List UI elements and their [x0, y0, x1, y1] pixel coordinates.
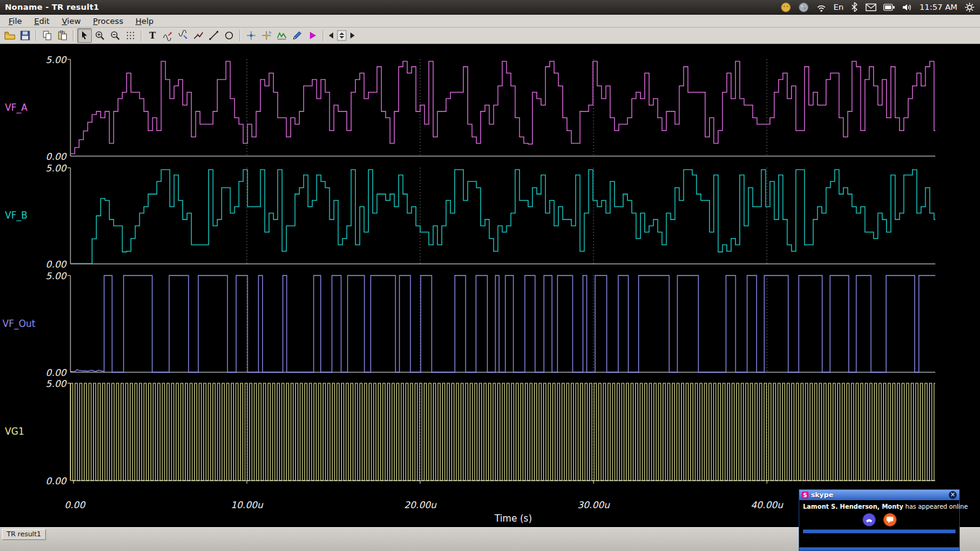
paste-button[interactable] — [55, 28, 70, 43]
signal-label-vf-a: VF_A — [5, 102, 28, 113]
contact-name: Lamont S. Henderson, Monty — [803, 503, 903, 510]
crosshair-x-icon — [246, 30, 257, 41]
signal-label-vf-b: VF_B — [5, 210, 28, 221]
x-axis-title: Time (s) — [495, 513, 532, 524]
language-indicator[interactable]: En — [834, 2, 843, 12]
zoom-in-button[interactable] — [92, 28, 107, 43]
y-max-label-row1: 5.00 — [37, 54, 66, 66]
toolbar-separator — [36, 30, 37, 41]
skype-message: Lamont S. Henderson, Monty has appeared … — [799, 500, 959, 533]
skype-actions — [803, 513, 956, 527]
run-button[interactable] — [305, 28, 320, 43]
x-tick-0: 0.00 — [64, 500, 85, 511]
line-tool-button[interactable] — [206, 28, 221, 43]
zoom-out-button[interactable] — [108, 28, 123, 43]
slope-icon — [193, 30, 204, 41]
x-tick-10u: 10.00u — [231, 500, 263, 511]
y-min-label-row2: 0.00 — [37, 259, 66, 270]
top-panel: Noname - TR result1 En 11:57 AM — [0, 0, 980, 15]
arrow-right-icon — [349, 31, 356, 40]
y-max-label-row2: 5.00 — [37, 163, 66, 174]
wifi-icon[interactable] — [816, 2, 827, 12]
cursor-x-button[interactable] — [244, 28, 258, 43]
zoom-out-icon — [110, 30, 121, 41]
indicator-app-icon[interactable] — [798, 2, 809, 13]
x-tick-40u: 40.00u — [751, 500, 783, 511]
session-gear-icon[interactable] — [964, 2, 975, 13]
skype-logo-icon: S — [802, 492, 809, 498]
svg-text:T: T — [149, 31, 156, 40]
zoom-in-icon — [94, 30, 105, 41]
text-tool-button[interactable]: T — [145, 28, 160, 43]
chat-button[interactable] — [883, 513, 897, 527]
waveform-marker-up-icon — [162, 30, 173, 41]
skype-header: S skype × — [799, 490, 959, 500]
save-button[interactable] — [18, 28, 32, 43]
signal-label-vg1: VG1 — [5, 426, 24, 437]
result-tab[interactable]: TR result1 — [2, 529, 46, 540]
zoom-grid-button[interactable] — [123, 28, 138, 43]
waveform-canvas[interactable] — [0, 44, 980, 527]
prev-button[interactable] — [327, 28, 336, 43]
marker-rise-button[interactable] — [160, 28, 175, 43]
clock[interactable]: 11:57 AM — [919, 2, 957, 12]
menu-help[interactable]: Help — [129, 16, 160, 26]
svg-text:b: b — [269, 30, 271, 34]
line-icon — [208, 30, 219, 41]
toolbar-separator — [73, 30, 74, 41]
system-tray: En 11:57 AM — [780, 2, 975, 13]
y-min-label-row3: 0.00 — [37, 367, 66, 378]
skype-divider — [803, 530, 956, 533]
y-max-label-row4: 5.00 — [37, 378, 66, 389]
toolbar: T b — [0, 28, 980, 44]
pencil-icon — [292, 30, 303, 41]
bluetooth-icon[interactable] — [850, 2, 859, 12]
event-text: has appeared online — [903, 503, 968, 510]
folder-open-icon — [4, 30, 15, 41]
copy-icon — [42, 30, 53, 41]
menu-view[interactable]: View — [56, 16, 87, 26]
text-icon: T — [147, 30, 158, 41]
waveform-marker-down-icon — [178, 30, 189, 41]
circle-icon — [224, 30, 235, 41]
edit-wave-button[interactable] — [290, 28, 304, 43]
crosshair-y-icon: b — [261, 30, 272, 41]
x-tick-20u: 20.00u — [404, 500, 436, 511]
toolbar-separator — [323, 30, 324, 41]
y-min-label-row4: 0.00 — [37, 476, 66, 487]
page-spinner[interactable] — [336, 28, 347, 43]
waveform-viewer[interactable]: VF_A VF_B VF_Out VG1 5.00 0.00 5.00 0.00… — [0, 44, 980, 527]
open-file-button[interactable] — [2, 28, 17, 43]
marker-fall-button[interactable] — [176, 28, 190, 43]
window-title: Noname - TR result1 — [5, 2, 99, 12]
battery-icon[interactable] — [883, 4, 895, 11]
select-tool-button[interactable] — [77, 28, 92, 43]
add-wave-button[interactable] — [274, 28, 289, 43]
cursor-icon — [79, 30, 90, 41]
play-icon — [307, 30, 318, 41]
mail-icon[interactable] — [865, 3, 876, 12]
circle-tool-button[interactable] — [222, 28, 236, 43]
skype-brand: skype — [811, 491, 833, 499]
volume-icon[interactable] — [902, 2, 913, 12]
toolbar-separator — [141, 30, 142, 41]
indicator-status-icon[interactable] — [780, 2, 791, 13]
call-button[interactable] — [862, 513, 876, 527]
cursor-y-button[interactable]: b — [259, 28, 274, 43]
skype-footer — [799, 547, 959, 550]
next-button[interactable] — [348, 28, 356, 43]
floppy-icon — [20, 30, 31, 41]
skype-notification[interactable]: S skype × Lamont S. Henderson, Monty has… — [799, 489, 960, 551]
copy-button[interactable] — [40, 28, 55, 43]
menu-edit[interactable]: Edit — [28, 16, 56, 26]
grid-icon — [125, 30, 136, 41]
marker-slope-button[interactable] — [191, 28, 206, 43]
menu-process[interactable]: Process — [87, 16, 129, 26]
y-max-label-row3: 5.00 — [37, 271, 66, 282]
toolbar-separator — [239, 30, 241, 41]
y-min-label-row1: 0.00 — [37, 151, 66, 162]
close-icon[interactable]: × — [949, 491, 957, 499]
spinner-icon — [337, 30, 347, 41]
phone-icon — [865, 515, 873, 524]
menu-file[interactable]: File — [2, 16, 28, 26]
